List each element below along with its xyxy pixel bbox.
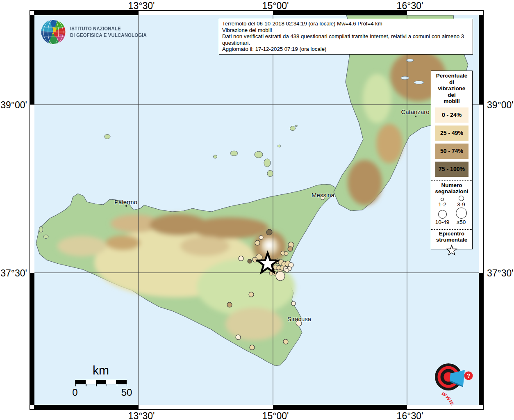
event-subtitle: Vibrazione dei mobili bbox=[222, 27, 470, 34]
scale-tick bbox=[107, 384, 107, 386]
scale-segment bbox=[116, 380, 126, 384]
legend-box: Percentuale di vibrazione dei mobili 0 -… bbox=[431, 71, 473, 249]
city-marker-catanzaro bbox=[415, 116, 416, 117]
city-label-palermo: Palermo bbox=[114, 199, 137, 205]
ingv-globe-icon bbox=[40, 19, 66, 45]
event-note: Dati non verificati estratti da 438 ques… bbox=[222, 33, 470, 46]
scale-bar-numbers: 0 50 bbox=[75, 387, 127, 397]
legend-color-classes: 0 - 24%25 - 49%50 - 74%75 - 100% bbox=[431, 107, 472, 177]
legend-class-c0: 0 - 24% bbox=[435, 107, 469, 123]
signal-size-label: 3-9 bbox=[457, 201, 465, 208]
city-label-catanzaro: Catanzaro bbox=[401, 108, 429, 115]
logo-text-part: www. bbox=[440, 390, 456, 406]
logo-circular-text: www.haisentitoilterremoto.it bbox=[419, 390, 457, 406]
axis-label-top-1630: 16°30' bbox=[397, 0, 423, 11]
legend-signal-sizes: 1-23-910-49≥50 bbox=[431, 195, 472, 225]
axis-label-left-3730: 37°30' bbox=[0, 268, 27, 279]
signal-size-label: 10-49 bbox=[435, 219, 450, 225]
scale-segment bbox=[96, 380, 106, 384]
legend-signal-3-9: 3-9 bbox=[452, 196, 471, 208]
scale-tick bbox=[127, 384, 127, 386]
scale-tick bbox=[86, 384, 86, 386]
signal-size-label: ≥50 bbox=[457, 219, 466, 225]
ingv-logo-text: ISTITUTO NAZIONALE DI GEOFISICA E VULCAN… bbox=[70, 25, 147, 39]
scale-end: 50 bbox=[121, 387, 132, 398]
event-updated: Aggiornato il: 17-12-2025 07:19 (ora loc… bbox=[222, 46, 470, 52]
legend-signal-≥50: ≥50 bbox=[452, 208, 471, 225]
event-title: Terremoto del 06-10-2018 02:34:19 (ora l… bbox=[222, 21, 470, 27]
signal-size-circle bbox=[438, 210, 447, 219]
axis-label-right-3730: 37°30' bbox=[487, 268, 514, 279]
scale-segment bbox=[106, 380, 116, 384]
signal-size-circle bbox=[459, 196, 464, 201]
axis-label-bottom-1500: 15°00' bbox=[262, 411, 289, 420]
event-info-box: Terremoto del 06-10-2018 02:34:19 (ora l… bbox=[219, 19, 473, 55]
scale-segment bbox=[75, 380, 86, 384]
ingv-line1: ISTITUTO NAZIONALE bbox=[70, 25, 147, 32]
scale-tick bbox=[117, 384, 117, 386]
scale-bar-unit: km bbox=[75, 363, 127, 377]
signal-size-circle bbox=[456, 208, 467, 219]
legend-class-c50: 50 - 74% bbox=[435, 144, 469, 159]
scale-tick bbox=[75, 384, 76, 386]
map-page: 13°30' 15°00' 16°30' 13°30' 15°00' 16°30… bbox=[0, 0, 514, 420]
scale-bar-segments bbox=[75, 380, 127, 384]
signal-size-label: 1-2 bbox=[438, 201, 446, 208]
axis-label-top-1330: 13°30' bbox=[128, 0, 155, 11]
legend-signal-1-2: 1-2 bbox=[433, 196, 452, 208]
axis-label-bottom-1330: 13°30' bbox=[128, 411, 155, 420]
frame-outline bbox=[30, 10, 484, 410]
legend-class-c75: 75 - 100% bbox=[435, 162, 469, 177]
axis-label-bottom-1630: 16°30' bbox=[397, 411, 423, 420]
ingv-logo: ISTITUTO NAZIONALE DI GEOFISICA E VULCAN… bbox=[40, 19, 161, 45]
ingv-line2: DI GEOFISICA E VULCANOLOGIA bbox=[70, 32, 147, 39]
legend-vibration-title: Percentuale di vibrazione dei mobili bbox=[431, 71, 472, 105]
legend-epicenter-title: Epicentro strumentale bbox=[431, 230, 472, 243]
legend-class-c25: 25 - 49% bbox=[435, 126, 469, 141]
legend-signals-title: Numero segnalazioni bbox=[431, 181, 472, 195]
signal-size-circle bbox=[441, 198, 444, 201]
scale-start: 0 bbox=[72, 387, 77, 398]
scale-segment bbox=[86, 380, 96, 384]
haisentitoilterremoto-logo: ? www.haisentitoilterremoto.it bbox=[419, 348, 478, 406]
city-label-siracusa: Siracusa bbox=[287, 315, 311, 322]
scale-tick bbox=[96, 384, 96, 386]
axis-label-left-3900: 39°00' bbox=[0, 100, 27, 111]
axis-label-right-3900: 39°00' bbox=[487, 100, 514, 111]
scale-bar: km 0 50 bbox=[75, 363, 127, 397]
axis-label-top-1500: 15°00' bbox=[262, 0, 289, 11]
legend-epicenter-star-icon bbox=[445, 244, 459, 256]
city-marker-palermo bbox=[125, 205, 127, 207]
logo-question-mark: ? bbox=[467, 372, 471, 379]
city-label-messina: Messina bbox=[312, 192, 334, 199]
legend-signal-10-49: 10-49 bbox=[433, 208, 452, 225]
